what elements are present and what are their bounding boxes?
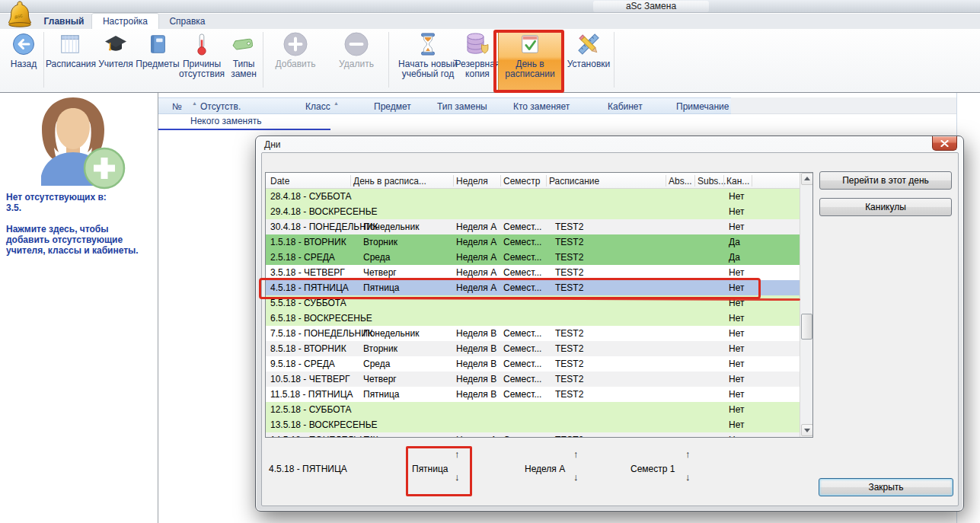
date-cell: 5.5.18 - СУББОТА <box>270 298 346 308</box>
dialog-title: Дни <box>264 139 280 150</box>
day-row[interactable]: 8.5.18 - ВТОРНИКВторникНеделя BСемест...… <box>266 341 800 356</box>
term-cell: Семест... <box>503 389 541 400</box>
days-scrollbar[interactable] <box>800 173 813 437</box>
subjects-button[interactable]: Предметы <box>136 30 180 91</box>
dialog-close-button[interactable] <box>932 136 957 151</box>
week-up-arrow[interactable]: ↑ <box>573 449 579 460</box>
teachers-button[interactable]: Учителя <box>94 30 137 91</box>
kan-cell: Нет <box>729 435 744 438</box>
substitution-types-button[interactable]: Типы замен <box>227 30 260 91</box>
main-column-header[interactable]: Примечание <box>676 101 729 112</box>
main-column-header[interactable]: № <box>172 101 182 112</box>
backup-button[interactable]: Резервная копия <box>454 30 501 91</box>
kan-cell: Нет <box>729 191 744 202</box>
week-down-arrow[interactable]: ↓ <box>573 472 579 483</box>
date-cell: 6.5.18 - ВОСКРЕСЕНЬЕ <box>270 313 372 324</box>
day-row[interactable]: 13.5.18 - ВОСКРЕСЕНЬЕНет <box>266 417 800 432</box>
kan-cell: Нет <box>729 328 744 339</box>
days-column-header[interactable]: Семестр <box>503 176 540 187</box>
tab-nastroyka[interactable]: Настройка <box>92 14 158 29</box>
main-column-header[interactable]: Предмет <box>374 101 411 112</box>
ribbon-toolbar: Назад Расписания Учителя Предметы Причин <box>0 29 980 93</box>
column-separator <box>546 175 547 187</box>
days-column-header[interactable]: Кан... <box>726 176 749 187</box>
term-cell: Семест... <box>503 282 541 293</box>
days-column-header[interactable]: Date <box>270 176 289 187</box>
main-column-header[interactable]: Кабинет <box>608 101 643 112</box>
scroll-down-button[interactable] <box>801 424 813 436</box>
main-column-header[interactable]: Тип замены <box>437 101 487 112</box>
day-cell: Среда <box>363 252 390 263</box>
day-row[interactable]: 9.5.18 - СРЕДАСредаНеделя BСемест...TEST… <box>266 356 800 372</box>
term-down-arrow[interactable]: ↓ <box>685 472 691 483</box>
day-row[interactable]: 7.5.18 - ПОНЕДЕЛЬНИКПонедельникНеделя BС… <box>266 326 800 341</box>
days-column-header[interactable]: Расписание <box>549 176 599 187</box>
day-row[interactable]: 30.4.18 - ПОНЕДЕЛЬНИКПонедельникНеделя A… <box>266 219 800 234</box>
week-cell: Неделя B <box>456 328 496 339</box>
day-in-timetable-button[interactable]: День в расписании <box>498 30 562 91</box>
week-stepper-value: Неделя A <box>525 464 565 474</box>
days-column-header[interactable]: День в расписа... <box>353 176 426 187</box>
tab-glavny[interactable]: Главный <box>37 14 91 29</box>
day-cell: Среда <box>363 359 390 369</box>
kan-cell: Нет <box>729 298 744 308</box>
day-cell: Вторник <box>363 343 397 354</box>
subjects-icon <box>136 30 180 58</box>
days-dialog: Дни DateДень в расписа...НеделяСеместрРа… <box>255 136 964 512</box>
main-column-header[interactable]: Кто заменяет <box>513 101 570 112</box>
day-up-arrow[interactable]: ↑ <box>455 449 460 460</box>
days-column-header[interactable]: Неделя <box>456 176 488 187</box>
scroll-up-button[interactable] <box>801 173 813 185</box>
kan-cell: Нет <box>729 222 744 232</box>
main-column-header[interactable]: Класс <box>305 101 330 112</box>
scroll-thumb[interactable] <box>801 314 812 340</box>
goto-day-button[interactable]: Перейти в этот день <box>819 171 952 190</box>
day-row[interactable]: 11.5.18 - ПЯТНИЦАПятницаНеделя BСемест..… <box>266 387 800 402</box>
absence-reasons-button[interactable]: Причины отсутствия <box>178 30 225 91</box>
close-button[interactable]: Закрыть <box>819 478 953 496</box>
timetables-button[interactable]: Расписания <box>46 30 94 91</box>
settings-button[interactable]: Установки <box>565 30 612 91</box>
kan-cell: Нет <box>729 282 744 293</box>
tt-cell: TEST2 <box>555 222 583 232</box>
timetables-icon <box>46 30 94 58</box>
date-cell: 8.5.18 - ВТОРНИК <box>270 343 346 354</box>
date-cell: 30.4.18 - ПОНЕДЕЛЬНИК <box>270 222 378 232</box>
day-row[interactable]: 12.5.18 - СУББОТАНет <box>266 402 800 417</box>
term-cell: Семест... <box>503 237 541 247</box>
back-button[interactable]: Назад <box>5 30 43 91</box>
holidays-button[interactable]: Каникулы <box>819 198 952 216</box>
week-cell: Неделя B <box>456 374 496 384</box>
tab-spravka[interactable]: Справка <box>163 14 212 29</box>
days-column-header[interactable]: Abs... <box>669 176 692 187</box>
remove-icon <box>327 30 385 58</box>
day-cell: Четверг <box>363 374 397 384</box>
main-column-header[interactable]: Отсутств. <box>200 101 241 112</box>
add-button: Добавить <box>267 30 324 91</box>
asc-bell-logo-icon: asc <box>5 0 35 28</box>
kan-cell: Нет <box>729 419 744 430</box>
day-row[interactable]: 28.4.18 - СУББОТАНет <box>266 189 800 204</box>
term-up-arrow[interactable]: ↑ <box>685 449 691 460</box>
day-row[interactable]: 3.5.18 - ЧЕТВЕРГЧетвергНеделя AСемест...… <box>266 265 800 280</box>
days-column-header[interactable]: Subs... <box>697 176 726 187</box>
day-row[interactable]: 1.5.18 - ВТОРНИКВторникНеделя AСемест...… <box>266 234 800 250</box>
add-label: Добавить <box>267 59 324 69</box>
tt-cell: TEST2 <box>555 237 583 247</box>
back-icon <box>5 30 43 58</box>
day-row[interactable]: 4.5.18 - ПЯТНИЦАПятницаНеделя AСемест...… <box>266 280 800 295</box>
day-row[interactable]: 10.5.18 - ЧЕТВЕРГЧетвергНеделя BСемест..… <box>266 372 800 387</box>
day-row[interactable]: 29.4.18 - ВОСКРЕСЕНЬЕНет <box>266 204 800 219</box>
column-separator <box>694 175 695 187</box>
day-row[interactable]: 5.5.18 - СУББОТАНет <box>266 295 800 311</box>
day-row[interactable]: 2.5.18 - СРЕДАСредаНеделя AСемест...TEST… <box>266 250 800 265</box>
day-row[interactable]: 14.5.18 - ПОНЕДЕЛЬНИКПонедельникНеделя A… <box>266 432 800 438</box>
term-cell: Семест... <box>503 435 541 438</box>
add-absent-avatar[interactable] <box>20 96 126 193</box>
day-down-arrow[interactable]: ↓ <box>455 472 460 483</box>
date-cell: 7.5.18 - ПОНЕДЕЛЬНИК <box>270 328 373 339</box>
day-row[interactable]: 6.5.18 - ВОСКРЕСЕНЬЕНет <box>266 311 800 326</box>
kan-cell: Нет <box>729 404 744 415</box>
main-table-header-extension <box>731 97 956 114</box>
sort-asc-icon: ▲ <box>192 100 197 106</box>
